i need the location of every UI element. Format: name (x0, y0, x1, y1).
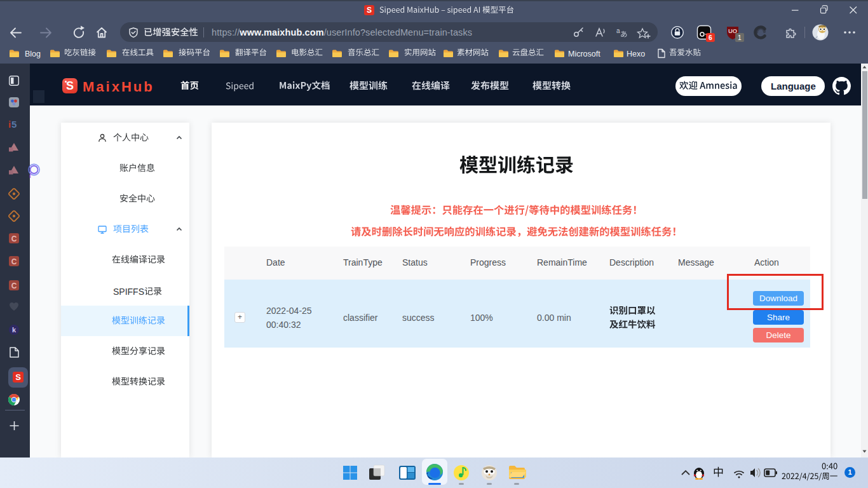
svg-text:1: 1 (738, 34, 742, 41)
svg-text:6: 6 (709, 34, 712, 41)
svg-text:5: 5 (11, 119, 17, 130)
svg-text:C: C (11, 234, 17, 243)
svg-text:i: i (8, 119, 11, 130)
svg-text:k: k (12, 326, 17, 334)
svg-text:C: C (11, 257, 17, 266)
svg-text:S: S (15, 372, 21, 382)
svg-text:C: C (11, 281, 17, 290)
